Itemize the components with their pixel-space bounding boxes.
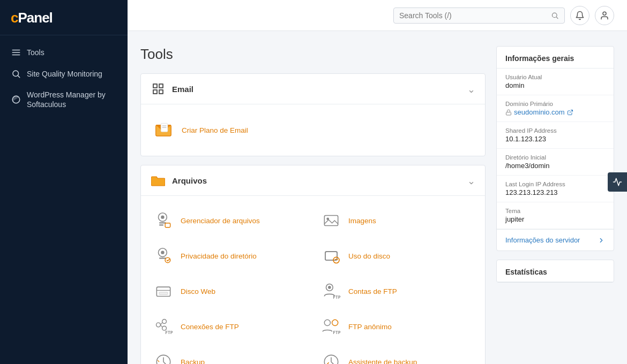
conexoes-ftp-item[interactable]: FTP Conexões de FTP [151,312,308,342]
backup-item[interactable]: Backup [151,347,308,364]
tema-row: Tema jupiter [497,202,614,229]
info-card-title: Informações gerais [497,47,614,69]
arquivos-section-icon [151,173,166,188]
notifications-button[interactable] [570,6,589,25]
diretorio-inicial-row: Diretório Inicial /home3/domin [497,149,614,176]
email-section-header[interactable]: Email ⌃ [141,74,485,104]
search-input[interactable] [399,11,547,20]
svg-point-46 [332,320,338,325]
conexoes-ftp-label: Conexões de FTP [181,323,239,331]
svg-point-3 [13,71,19,77]
sidebar-item-site-quality-label: Site Quality Monitoring [27,69,102,79]
svg-rect-33 [156,287,170,296]
sidebar: cPanel Tools Site Quality Monitoring [0,0,128,364]
svg-line-7 [556,17,558,18]
arquivos-section-body: Gerenciador de arquivos I [141,196,485,364]
shared-ip-label: Shared IP Address [505,127,605,134]
ftp-anon-icon: FTP [320,316,342,337]
web-disk-icon [153,280,174,302]
last-login-row: Last Login IP Address 123.213.123.213 [497,176,614,202]
svg-rect-22 [159,224,163,225]
arquivos-section-header-left: Arquivos [151,173,207,188]
assistente-backup-item[interactable]: Assistente de backup [318,347,475,364]
sidebar-item-tools[interactable]: Tools [0,42,128,63]
sidebar-item-wordpress-label: WordPress Manager by Softaculous [27,90,117,109]
site-quality-icon [11,69,21,79]
svg-point-20 [161,216,164,219]
svg-point-39 [156,323,161,327]
ftp-connections-icon: FTP [153,316,174,337]
tools-icon [11,47,21,58]
sidebar-item-site-quality[interactable]: Site Quality Monitoring [0,63,128,85]
last-login-value: 123.213.123.213 [505,188,605,196]
search-icon [551,11,559,20]
analytics-icon [613,177,622,187]
svg-line-43 [160,325,162,327]
svg-rect-51 [506,112,511,115]
svg-point-40 [162,320,167,324]
svg-rect-10 [159,84,163,88]
svg-rect-11 [153,90,157,94]
main-area: Tools Email ⌃ [128,0,627,364]
sidebar-item-wordpress[interactable]: WordPress Manager by Softaculous [0,85,128,115]
shared-ip-value: 10.1.123.123 [505,135,605,143]
imagens-label: Imagens [348,217,376,225]
disco-web-item[interactable]: Disco Web [151,276,308,306]
svg-line-4 [18,75,19,77]
tema-label: Tema [505,208,605,214]
ftp-accounts-icon: FTP [320,280,342,302]
topbar [128,0,627,31]
user-button[interactable] [595,6,614,25]
bell-icon [575,11,585,20]
svg-rect-23 [165,223,170,228]
contas-ftp-item[interactable]: FTP Contas de FTP [318,276,475,306]
analytics-button[interactable] [608,172,627,192]
gerenciador-arquivos-item[interactable]: Gerenciador de arquivos [151,206,308,236]
svg-line-52 [570,110,573,113]
last-login-label: Last Login IP Address [505,181,605,187]
email-section-title: Email [172,85,193,94]
uso-disco-item[interactable]: Uso do disco [318,241,475,271]
arquivos-tool-grid: Gerenciador de arquivos I [151,206,475,364]
stats-title: Estatísticas [497,260,614,282]
diretorio-inicial-value: /home3/domin [505,162,605,170]
sidebar-nav: Tools Site Quality Monitoring WordPress … [0,35,128,121]
svg-line-42 [160,323,162,325]
arquivos-section-header[interactable]: Arquivos ⌃ [141,165,485,196]
imagens-item[interactable]: Imagens [318,206,475,236]
dominio-primario-link[interactable]: seudominio.com [505,108,605,116]
dir-privacy-icon [153,245,174,267]
backup-wizard-icon [320,351,342,364]
stats-card: Estatísticas [496,260,614,283]
uso-disco-label: Uso do disco [348,252,390,260]
search-container[interactable] [393,7,565,24]
disk-usage-icon [320,245,342,267]
email-section: Email ⌃ [140,73,486,156]
gerenciador-arquivos-label: Gerenciador de arquivos [181,217,260,225]
user-icon [600,11,609,20]
backup-icon [153,351,174,364]
images-icon [320,210,342,231]
svg-point-27 [161,251,164,254]
assistente-backup-label: Assistente de backup [348,358,417,365]
server-info-link[interactable]: Informações do servidor [497,229,614,251]
email-chevron-icon: ⌃ [467,83,475,95]
diretorio-inicial-label: Diretório Inicial [505,154,605,161]
contas-ftp-label: Contas de FTP [348,287,397,295]
disco-web-label: Disco Web [181,287,215,295]
privacidade-diretorio-item[interactable]: Privacidade do diretório [151,241,308,271]
svg-rect-24 [324,216,338,226]
svg-rect-28 [159,257,166,259]
email-envelope-icon [153,119,174,141]
usuario-atual-value: domin [505,81,605,89]
ftp-anonimo-item[interactable]: FTP FTP anônimo [318,312,475,342]
backup-label: Backup [181,358,205,365]
chevron-right-icon [598,237,605,244]
wordpress-icon [11,94,21,105]
arquivos-chevron-icon: ⌃ [467,175,475,186]
sidebar-logo: cPanel [0,0,128,35]
email-section-header-left: Email [151,81,193,96]
privacidade-diretorio-label: Privacidade do diretório [181,252,257,260]
email-section-icon [151,81,166,96]
criar-plano-email-item[interactable]: Criar Plano de Email [151,114,475,146]
